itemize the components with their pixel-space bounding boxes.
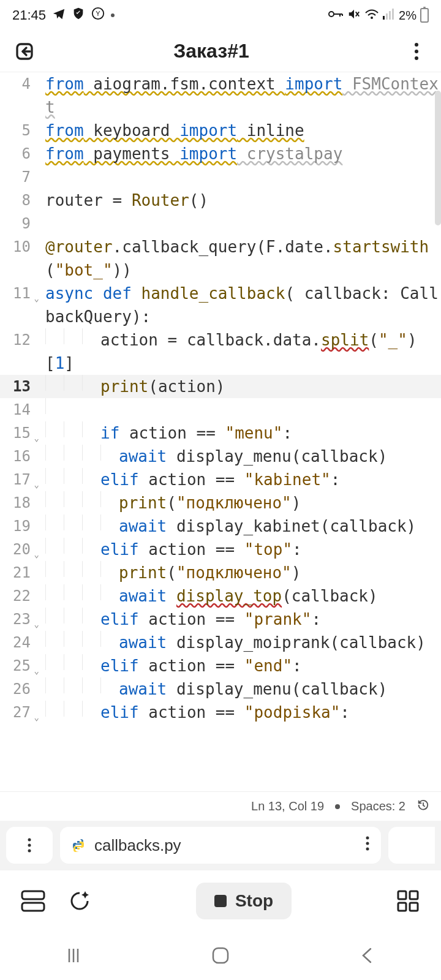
code-line[interactable]: elif action == "end": [37, 654, 441, 677]
gutter: 25⌄ [0, 654, 37, 677]
code-line[interactable]: from payments import crystalpay [37, 142, 441, 165]
stop-button[interactable]: Stop [196, 883, 292, 919]
gutter: 7 [0, 165, 37, 189]
svg-rect-21 [410, 891, 418, 899]
code-line[interactable]: router = Router() [37, 189, 441, 212]
history-icon[interactable] [417, 798, 430, 815]
code-line[interactable]: print("подключено") [37, 491, 441, 514]
ai-assist-button[interactable] [64, 885, 96, 917]
gutter: 22 [0, 584, 37, 608]
gutter: 11⌄ [0, 282, 37, 305]
code-line[interactable]: print("подключено") [37, 561, 441, 584]
svg-point-3 [371, 17, 373, 19]
svg-point-17 [366, 847, 369, 850]
svg-rect-7 [392, 9, 394, 20]
battery-icon [420, 8, 429, 23]
code-line[interactable]: @router.callback_query(F.date.startswith… [37, 235, 441, 282]
gutter: 12 [0, 328, 37, 352]
gutter: 14 [0, 398, 37, 421]
fold-icon[interactable]: ⌄ [34, 706, 39, 729]
svg-point-13 [28, 844, 31, 847]
stop-icon [214, 895, 227, 907]
svg-point-2 [329, 12, 334, 17]
python-icon [71, 838, 86, 853]
file-tab-bar: callbacks.py [0, 821, 441, 870]
fold-icon[interactable]: ⌄ [34, 287, 39, 310]
signal-icon [383, 9, 395, 23]
recents-button[interactable] [55, 943, 92, 968]
file-tab-label: callbacks.py [94, 836, 181, 855]
cursor-position[interactable]: Ln 13, Col 19 [251, 799, 324, 813]
clock: 21:45 [12, 7, 46, 23]
gutter: 26 [0, 677, 37, 701]
code-editor[interactable]: 4 from aiogram.fsm.context import FSMCon… [0, 72, 441, 791]
gutter: 20⌄ [0, 538, 37, 561]
gutter: 23⌄ [0, 608, 37, 631]
battery-percentage: 2% [399, 9, 417, 23]
gutter: 13 [0, 375, 37, 398]
code-line[interactable]: await display_top(callback) [37, 584, 441, 608]
svg-rect-19 [22, 903, 44, 911]
svg-rect-24 [213, 948, 228, 963]
code-line[interactable]: action = callback.data.split("_")[1] [37, 328, 441, 375]
tab-menu-icon[interactable] [365, 835, 370, 856]
code-line[interactable]: async def handle_callback( callback: Cal… [37, 282, 441, 328]
gutter: 6 [0, 142, 37, 165]
wifi-icon [364, 8, 379, 23]
mute-icon [347, 7, 361, 24]
gutter: 5 [0, 119, 37, 142]
code-line[interactable]: await display_moiprank(callback) [37, 631, 441, 654]
svg-rect-22 [398, 903, 406, 911]
code-line[interactable]: await display_menu(callback) [37, 445, 441, 468]
code-line[interactable]: print(action) [37, 375, 441, 398]
indent-setting[interactable]: Spaces: 2 [351, 799, 405, 813]
stop-label: Stop [235, 891, 273, 911]
code-line[interactable]: await display_menu(callback) [37, 677, 441, 701]
gutter: 27⌄ [0, 701, 37, 724]
gutter: 24 [0, 631, 37, 654]
android-nav-bar [0, 931, 441, 980]
code-line[interactable]: elif action == "top": [37, 538, 441, 561]
svg-rect-4 [383, 16, 385, 20]
code-line[interactable]: from keyboard import inline [37, 119, 441, 142]
home-button[interactable] [202, 943, 239, 968]
code-line[interactable]: elif action == "prank": [37, 608, 441, 631]
code-line[interactable] [37, 212, 441, 235]
more-menu-button[interactable] [403, 38, 430, 65]
gutter: 10 [0, 235, 37, 258]
svg-rect-6 [389, 11, 391, 20]
code-line[interactable] [37, 398, 441, 421]
code-line[interactable]: from aiogram.fsm.context import FSMConte… [37, 72, 441, 119]
gutter: 19 [0, 514, 37, 538]
tab-prev-button[interactable] [6, 827, 53, 864]
separator-dot [335, 804, 340, 809]
svg-point-10 [415, 50, 418, 53]
gutter: 17⌄ [0, 468, 37, 491]
code-line[interactable] [37, 165, 441, 189]
android-status-bar: 21:45 Y 2% [0, 0, 441, 31]
panels-button[interactable] [17, 885, 49, 917]
code-line[interactable]: await display_kabinet(callback) [37, 514, 441, 538]
scrollbar[interactable] [435, 91, 441, 225]
shield-icon [72, 7, 85, 24]
gutter: 21 [0, 561, 37, 584]
code-line[interactable]: elif action == "kabinet": [37, 468, 441, 491]
gutter: 8 [0, 189, 37, 212]
svg-rect-20 [398, 891, 406, 899]
bottom-toolbar: Stop [0, 870, 441, 931]
gutter: 18 [0, 491, 37, 514]
page-title: Заказ#1 [20, 40, 403, 62]
back-nav-button[interactable] [349, 943, 386, 968]
file-tab[interactable]: callbacks.py [60, 827, 381, 864]
gutter: 15⌄ [0, 421, 37, 445]
code-line[interactable]: if action == "menu": [37, 421, 441, 445]
svg-point-9 [415, 43, 418, 47]
svg-rect-23 [410, 903, 418, 911]
tab-next-button[interactable] [388, 827, 435, 864]
code-line[interactable]: elif action == "podpiska": [37, 701, 441, 724]
telegram-icon [52, 7, 66, 24]
dot-icon [111, 13, 115, 17]
svg-point-15 [366, 836, 369, 839]
gutter: 4 [0, 72, 37, 96]
apps-button[interactable] [392, 885, 424, 917]
